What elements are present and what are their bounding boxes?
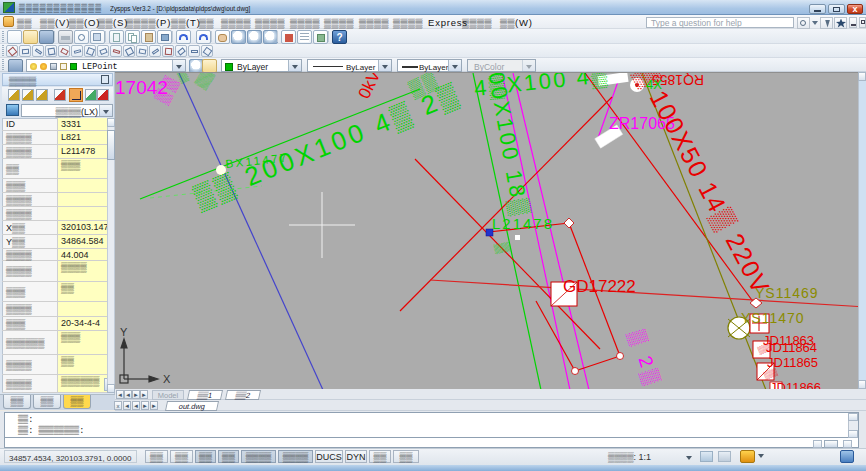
svg-text:▒ 2▒: ▒ 2▒	[625, 328, 664, 389]
svg-text:JD11864: JD11864	[766, 340, 817, 355]
svg-text:X: X	[163, 373, 171, 385]
svg-text:YS11469: YS11469	[755, 285, 819, 301]
svg-text:▒▒: ▒▒	[193, 73, 217, 91]
svg-text:L21478: L21478	[492, 215, 554, 232]
svg-text:GD17222: GD17222	[563, 277, 636, 296]
svg-text:▒: ▒	[493, 241, 512, 254]
svg-text:Y: Y	[120, 326, 128, 338]
svg-text:JD11866: JD11866	[770, 380, 821, 389]
svg-text:YS11470: YS11470	[741, 310, 805, 326]
svg-text:0kV: 0kV	[355, 73, 385, 102]
svg-text:▒ 100X50 14▒ 220V: ▒ 100X50 14▒ 220V	[630, 73, 776, 300]
svg-text:4X: 4X	[646, 77, 662, 92]
svg-text:▒▒ 200X100 4▒ 2▒: ▒▒ 200X100 4▒ 2▒	[190, 78, 465, 213]
